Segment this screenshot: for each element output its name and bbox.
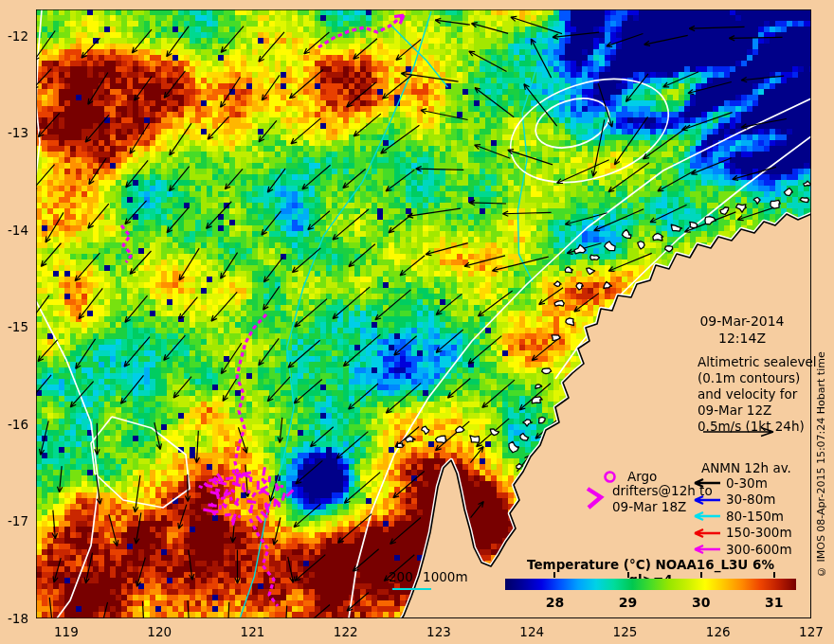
lon-tick-label: 119: [54, 624, 79, 639]
anmn-depth-label: 0-30m: [726, 475, 768, 492]
sst-map-figure: 09-Mar-2014 12:14Z Altimetric sealevel(0…: [0, 0, 834, 644]
lat-tick-label: -18: [0, 611, 28, 626]
anmn-legend-item: 300-600m: [688, 543, 792, 556]
anmn-legend-item: 80-150m: [688, 510, 784, 523]
lon-tick-label: 120: [147, 624, 172, 639]
anmn-legend-title: ANMN 12h av.: [701, 460, 791, 476]
lat-tick-label: -12: [0, 28, 28, 44]
time-line: 12:14Z: [689, 330, 795, 347]
drifter-arrow-icon: [583, 485, 606, 511]
anmn-depth-label: 80-150m: [726, 509, 784, 525]
anmn-legend-item: 0-30m: [688, 476, 768, 490]
colorbar-tick-label: 28: [546, 595, 564, 610]
lon-tick-label: 127: [799, 624, 824, 639]
timestamp-label: 09-Mar-2014 12:14Z: [689, 313, 795, 347]
bathymetry-scale-line: [392, 588, 431, 590]
date-line: 09-Mar-2014: [689, 313, 795, 330]
altimetric-note-line: 09-Mar 12Z: [698, 402, 817, 419]
anmn-depth-arrow-icon: [688, 477, 722, 489]
lon-tick-label: 126: [706, 624, 731, 639]
altimetric-note-line: (0.1m contours): [698, 370, 817, 386]
lat-tick-label: -15: [0, 319, 28, 334]
anmn-depth-arrow-icon: [688, 510, 722, 522]
anmn-legend-item: 150-300m: [688, 527, 792, 540]
anmn-legend-item: 30-80m: [688, 493, 775, 507]
colorbar-tickmark: [553, 572, 555, 578]
anmn-depth-arrow-icon: [688, 528, 722, 539]
anmn-depth-arrow-icon: [688, 494, 722, 506]
argo-circle-icon: [603, 470, 617, 484]
lat-tick-label: -16: [0, 417, 28, 432]
colorbar-tick-label: 31: [765, 595, 783, 610]
anmn-depth-label: 30-80m: [726, 492, 775, 508]
altimetric-note: Altimetric sealevel(0.1m contours)and ve…: [698, 354, 817, 435]
copyright-label: © IMOS 08-Apr-2015 15:07:24 Hobart time: [813, 169, 830, 578]
lon-tick-label: 121: [241, 624, 265, 639]
anmn-depth-label: 300-600m: [726, 542, 792, 558]
colorbar-tick-label: 29: [619, 595, 637, 610]
lat-tick-label: -17: [0, 513, 28, 528]
lon-tick-label: 122: [334, 624, 358, 639]
velocity-scale-arrow-icon: [701, 424, 781, 439]
lon-tick-label: 125: [613, 624, 638, 639]
colorbar-gradient: [505, 579, 796, 590]
lat-tick-label: -13: [0, 125, 28, 140]
altimetric-note-line: and velocity for: [698, 386, 817, 402]
colorbar-tick-label: 30: [692, 595, 710, 610]
anmn-depth-label: 150-300m: [726, 525, 792, 541]
lon-tick-label: 124: [519, 624, 544, 639]
colorbar-tickmark: [773, 572, 775, 578]
lat-tick-label: -14: [0, 223, 28, 238]
bathymetry-scale-label: 200 1000m: [389, 569, 468, 585]
altimetric-note-line: Altimetric sealevel: [698, 354, 817, 370]
colorbar-tickmark: [627, 572, 629, 578]
anmn-depth-arrow-icon: [688, 544, 722, 555]
colorbar-tickmark: [700, 572, 702, 578]
lon-tick-label: 123: [426, 624, 451, 639]
